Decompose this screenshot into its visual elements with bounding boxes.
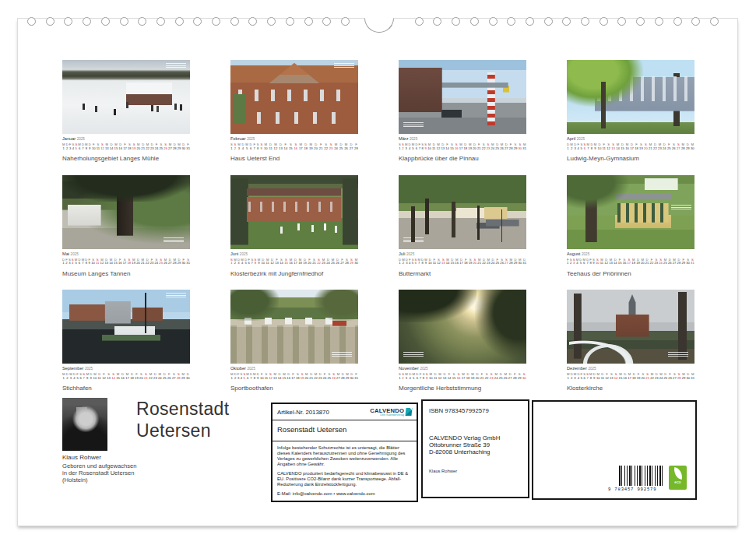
mini-cal-day: M8	[86, 373, 89, 382]
mini-cal-day: M3	[405, 143, 408, 152]
month-name: März	[399, 136, 408, 141]
mini-cal-day: M31	[522, 143, 526, 152]
mini-cal-day: M1	[62, 373, 65, 382]
mini-cal-day: M25	[331, 258, 335, 267]
mini-cal-day: D24	[663, 143, 666, 152]
binder-hole	[600, 17, 608, 26]
mini-cal-day: F18	[464, 258, 468, 267]
binder-hole	[470, 17, 479, 26]
mini-cal-day: M22	[146, 143, 149, 152]
mini-cal-day: M3	[237, 143, 241, 152]
month-photo	[62, 60, 190, 134]
mini-cal-day: S12	[100, 143, 104, 152]
mini-cal-day: D14	[278, 373, 282, 382]
mini-cal-day: D11	[98, 373, 101, 382]
month-year: 2025	[247, 137, 255, 141]
month-photo	[230, 290, 358, 364]
photo-caption-overlay	[403, 237, 424, 243]
mini-cal-day: M16	[455, 258, 459, 267]
mini-cal-day: D13	[441, 143, 445, 152]
calvendo-logo-text: CALVENDO Dein Kalenderverlag	[370, 407, 404, 417]
eco-leaf-icon	[672, 467, 683, 480]
photo-caption-overlay	[334, 63, 354, 69]
month-card: Februar 2025 S1S2M3D4M5D6F7S8S9M10D11M12…	[230, 60, 358, 162]
mini-cal-day: S27	[505, 258, 508, 267]
mini-cal-day: D1	[399, 258, 401, 267]
mini-cal-day: F6	[248, 258, 251, 267]
month-photo	[62, 175, 190, 249]
mini-cal-day: F12	[102, 373, 106, 382]
mini-cal-day: F19	[135, 373, 139, 382]
mini-cal-day: F9	[89, 258, 91, 267]
mini-cal-day: M8	[85, 143, 88, 152]
month-caption: Sportboothafen	[230, 385, 358, 392]
mini-cal-day: S19	[301, 373, 304, 382]
eco-label: eco	[674, 479, 680, 485]
mini-cal-day: S9	[424, 143, 427, 152]
mini-cal-day: M10	[264, 143, 268, 152]
mini-cal-day: S6	[583, 143, 585, 152]
mini-cal-day: S11	[97, 143, 100, 152]
mini-cal-day: D12	[270, 258, 274, 267]
mini-cal-day: S28	[345, 258, 349, 267]
mini-cal-day: M24	[334, 143, 338, 152]
mini-cal-day: S20	[642, 373, 645, 382]
mini-cal-day: S11	[96, 258, 99, 267]
mini-cal-day: D20	[136, 258, 140, 267]
mini-cal-day: S3	[573, 258, 575, 267]
mini-cal-day: D25	[499, 373, 503, 382]
mini-cal-day: D8	[85, 258, 87, 267]
isbn-number: ISBN 9783457992579	[429, 407, 522, 414]
mini-cal-day: D4	[409, 143, 411, 152]
mini-cal-day: D18	[466, 373, 470, 382]
mini-cal-day: M20	[137, 143, 141, 152]
calendar-back-cover: Januar 2025 M1D2F3S4S5M6D7M8D9F10S11S12M…	[0, 0, 756, 545]
publisher-line: CALVENDO Verlag GmbH	[429, 434, 522, 441]
mini-cal-day: D5	[244, 258, 247, 267]
binder-hole	[286, 17, 294, 26]
mini-cal-day: F14	[448, 373, 452, 382]
month-card: Mai 2025 D1F2S3S4M5D6M7D8F9S10S11M12D13M…	[62, 175, 190, 277]
mini-cal-day: S24	[155, 258, 159, 267]
mini-cal-day: F5	[76, 373, 79, 382]
mini-cal-day: D20	[473, 143, 476, 152]
month-label: Januar 2025	[62, 136, 190, 142]
mini-cal-day: M4	[241, 258, 244, 267]
month-card: Dezember 2025 M1D2M3D4F5S6S7M8D9M10D11F1…	[567, 290, 694, 392]
mini-cal-day: D29	[514, 258, 518, 267]
calvendo-flag-icon	[405, 408, 412, 416]
mini-cal-day: S23	[329, 143, 333, 152]
mini-calendar: D1M2D3F4S5S6M7D8M9D10F11S12S13M14D15M16D…	[399, 258, 526, 267]
mini-cal-day: D1	[567, 143, 569, 152]
article-row: Artikel-Nr. 2013870 CALVENDO Dein Kalend…	[273, 404, 417, 420]
mini-cal-day: M19	[309, 143, 313, 152]
mini-cal-day: S8	[255, 258, 257, 267]
mini-cal-day: D16	[623, 373, 627, 382]
binder-hole	[212, 17, 220, 26]
mini-cal-day: M26	[164, 258, 167, 267]
mini-cal-day: M6	[246, 373, 249, 382]
mini-cal-day: D13	[279, 143, 283, 152]
mini-cal-day: M10	[427, 143, 431, 152]
mini-cal-day: S1	[399, 143, 401, 152]
mini-cal-day: M14	[446, 258, 450, 267]
mini-cal-day: D18	[304, 143, 308, 152]
mini-cal-day: D30	[350, 373, 354, 382]
mini-cal-day: F31	[354, 373, 358, 382]
mini-cal-day: F11	[603, 143, 606, 152]
mini-cal-day: S16	[623, 258, 627, 267]
month-card: Oktober 2025 M1D2F3S4S5M6D7M8D9F10S11S12…	[230, 290, 358, 392]
mini-cal-day: S7	[83, 373, 85, 382]
mini-cal-day: S10	[91, 258, 95, 267]
mini-cal-day: D11	[432, 143, 435, 152]
mini-cal-day: S29	[518, 373, 522, 382]
binder-hole	[304, 17, 313, 26]
mini-cal-day: F14	[284, 143, 288, 152]
mini-cal-day: S19	[469, 258, 473, 267]
mini-cal-day: D31	[522, 258, 526, 267]
mini-cal-day: D30	[186, 373, 190, 382]
mini-cal-day: D18	[130, 373, 134, 382]
mini-cal-day: D6	[250, 143, 252, 152]
legal-paragraph-1: Infolge bestehender Schutzrechte ist es …	[277, 445, 412, 467]
mini-cal-day: S16	[294, 143, 297, 152]
